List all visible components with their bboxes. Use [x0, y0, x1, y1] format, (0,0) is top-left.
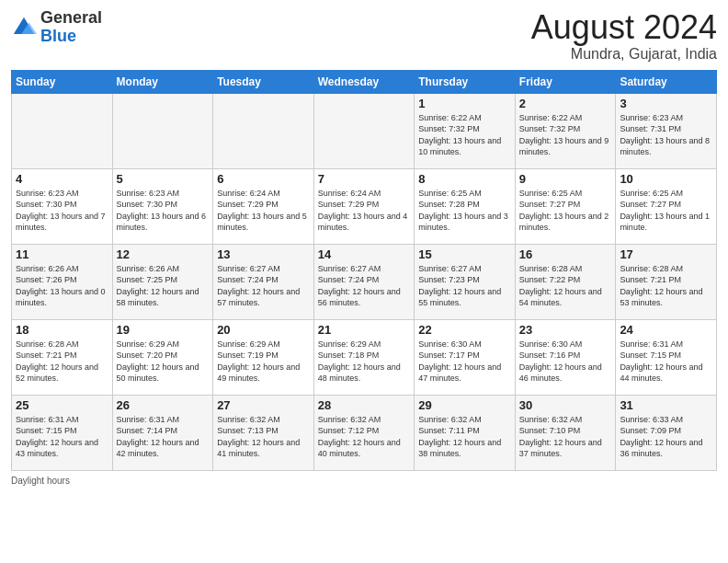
calendar-cell: 21Sunrise: 6:29 AM Sunset: 7:18 PM Dayli… [313, 319, 415, 395]
day-number: 9 [519, 172, 612, 186]
calendar-cell: 28Sunrise: 6:32 AM Sunset: 7:12 PM Dayli… [313, 395, 415, 470]
cell-sun-info: Sunrise: 6:30 AM Sunset: 7:17 PM Dayligh… [418, 339, 511, 385]
calendar-cell: 25Sunrise: 6:31 AM Sunset: 7:15 PM Dayli… [12, 395, 113, 470]
calendar-cell: 5Sunrise: 6:23 AM Sunset: 7:30 PM Daylig… [112, 168, 213, 244]
day-number: 30 [519, 398, 612, 412]
calendar-cell: 9Sunrise: 6:25 AM Sunset: 7:27 PM Daylig… [515, 168, 616, 244]
week-row-4: 18Sunrise: 6:28 AM Sunset: 7:21 PM Dayli… [12, 319, 717, 395]
calendar-cell: 17Sunrise: 6:28 AM Sunset: 7:21 PM Dayli… [616, 244, 717, 319]
calendar-cell: 19Sunrise: 6:29 AM Sunset: 7:20 PM Dayli… [112, 319, 213, 395]
day-number: 15 [418, 247, 511, 261]
calendar-cell [313, 93, 415, 168]
cell-sun-info: Sunrise: 6:22 AM Sunset: 7:32 PM Dayligh… [418, 112, 511, 158]
cell-sun-info: Sunrise: 6:29 AM Sunset: 7:19 PM Dayligh… [217, 339, 310, 385]
cell-sun-info: Sunrise: 6:31 AM Sunset: 7:15 PM Dayligh… [620, 339, 712, 385]
cell-sun-info: Sunrise: 6:25 AM Sunset: 7:27 PM Dayligh… [519, 188, 612, 234]
cell-sun-info: Sunrise: 6:26 AM Sunset: 7:26 PM Dayligh… [16, 263, 108, 309]
day-number: 2 [519, 97, 612, 110]
calendar-cell: 7Sunrise: 6:24 AM Sunset: 7:29 PM Daylig… [313, 168, 415, 244]
day-number: 3 [620, 97, 712, 110]
page-container: General Blue August 2024 Mundra, Gujarat… [0, 0, 728, 563]
calendar-cell [12, 93, 113, 168]
cell-sun-info: Sunrise: 6:28 AM Sunset: 7:22 PM Dayligh… [519, 263, 612, 309]
calendar-cell: 16Sunrise: 6:28 AM Sunset: 7:22 PM Dayli… [515, 244, 616, 319]
calendar-cell: 12Sunrise: 6:26 AM Sunset: 7:25 PM Dayli… [112, 244, 213, 319]
day-number: 12 [117, 247, 210, 261]
logo-icon [11, 15, 37, 40]
calendar-cell: 20Sunrise: 6:29 AM Sunset: 7:19 PM Dayli… [213, 319, 314, 395]
week-row-2: 4Sunrise: 6:23 AM Sunset: 7:30 PM Daylig… [12, 168, 717, 244]
day-number: 17 [620, 247, 712, 261]
day-header-tuesday: Tuesday [213, 70, 314, 93]
cell-sun-info: Sunrise: 6:29 AM Sunset: 7:18 PM Dayligh… [318, 339, 411, 385]
calendar-cell [112, 93, 213, 168]
cell-sun-info: Sunrise: 6:32 AM Sunset: 7:13 PM Dayligh… [217, 414, 310, 460]
calendar-cell [213, 93, 314, 168]
day-number: 4 [16, 172, 108, 186]
calendar-cell: 18Sunrise: 6:28 AM Sunset: 7:21 PM Dayli… [12, 319, 113, 395]
day-number: 21 [318, 323, 411, 337]
title-block: August 2024 Mundra, Gujarat, India [531, 9, 717, 63]
day-number: 8 [418, 172, 511, 186]
day-header-wednesday: Wednesday [313, 70, 415, 93]
cell-sun-info: Sunrise: 6:23 AM Sunset: 7:30 PM Dayligh… [117, 188, 210, 234]
calendar-cell: 24Sunrise: 6:31 AM Sunset: 7:15 PM Dayli… [616, 319, 717, 395]
cell-sun-info: Sunrise: 6:23 AM Sunset: 7:31 PM Dayligh… [620, 112, 712, 158]
cell-sun-info: Sunrise: 6:22 AM Sunset: 7:32 PM Dayligh… [519, 112, 612, 158]
day-number: 24 [620, 323, 712, 337]
cell-sun-info: Sunrise: 6:29 AM Sunset: 7:20 PM Dayligh… [117, 339, 210, 385]
day-number: 19 [117, 323, 210, 337]
cell-sun-info: Sunrise: 6:31 AM Sunset: 7:14 PM Dayligh… [117, 414, 210, 460]
week-row-1: 1Sunrise: 6:22 AM Sunset: 7:32 PM Daylig… [12, 93, 717, 168]
calendar-cell: 10Sunrise: 6:25 AM Sunset: 7:27 PM Dayli… [616, 168, 717, 244]
cell-sun-info: Sunrise: 6:33 AM Sunset: 7:09 PM Dayligh… [620, 414, 712, 460]
day-number: 25 [16, 398, 108, 412]
calendar-cell: 11Sunrise: 6:26 AM Sunset: 7:26 PM Dayli… [12, 244, 113, 319]
day-header-friday: Friday [515, 70, 616, 93]
day-number: 11 [16, 247, 108, 261]
day-number: 26 [117, 398, 210, 412]
header: General Blue August 2024 Mundra, Gujarat… [11, 9, 717, 63]
calendar-cell: 15Sunrise: 6:27 AM Sunset: 7:23 PM Dayli… [415, 244, 516, 319]
day-number: 6 [217, 172, 310, 186]
day-number: 13 [217, 247, 310, 261]
cell-sun-info: Sunrise: 6:23 AM Sunset: 7:30 PM Dayligh… [16, 188, 108, 234]
calendar-cell: 26Sunrise: 6:31 AM Sunset: 7:14 PM Dayli… [112, 395, 213, 470]
cell-sun-info: Sunrise: 6:32 AM Sunset: 7:10 PM Dayligh… [519, 414, 612, 460]
cell-sun-info: Sunrise: 6:27 AM Sunset: 7:24 PM Dayligh… [318, 263, 411, 309]
cell-sun-info: Sunrise: 6:32 AM Sunset: 7:12 PM Dayligh… [318, 414, 411, 460]
cell-sun-info: Sunrise: 6:25 AM Sunset: 7:27 PM Dayligh… [620, 188, 712, 234]
day-number: 27 [217, 398, 310, 412]
cell-sun-info: Sunrise: 6:27 AM Sunset: 7:24 PM Dayligh… [217, 263, 310, 309]
day-number: 29 [418, 398, 511, 412]
calendar-cell: 13Sunrise: 6:27 AM Sunset: 7:24 PM Dayli… [213, 244, 314, 319]
calendar-cell: 4Sunrise: 6:23 AM Sunset: 7:30 PM Daylig… [12, 168, 113, 244]
logo-blue: Blue [40, 27, 76, 45]
day-number: 10 [620, 172, 712, 186]
cell-sun-info: Sunrise: 6:27 AM Sunset: 7:23 PM Dayligh… [418, 263, 511, 309]
day-number: 23 [519, 323, 612, 337]
calendar-cell: 23Sunrise: 6:30 AM Sunset: 7:16 PM Dayli… [515, 319, 616, 395]
day-number: 22 [418, 323, 511, 337]
day-number: 14 [318, 247, 411, 261]
logo: General Blue [11, 9, 102, 46]
cell-sun-info: Sunrise: 6:24 AM Sunset: 7:29 PM Dayligh… [318, 188, 411, 234]
cell-sun-info: Sunrise: 6:28 AM Sunset: 7:21 PM Dayligh… [16, 339, 108, 385]
footer: Daylight hours [11, 476, 717, 486]
cell-sun-info: Sunrise: 6:28 AM Sunset: 7:21 PM Dayligh… [620, 263, 712, 309]
day-number: 1 [418, 97, 511, 110]
day-number: 16 [519, 247, 612, 261]
cell-sun-info: Sunrise: 6:25 AM Sunset: 7:28 PM Dayligh… [418, 188, 511, 234]
day-number: 31 [620, 398, 712, 412]
calendar-cell: 27Sunrise: 6:32 AM Sunset: 7:13 PM Dayli… [213, 395, 314, 470]
day-header-saturday: Saturday [616, 70, 717, 93]
calendar-table: SundayMondayTuesdayWednesdayThursdayFrid… [11, 70, 717, 471]
calendar-cell: 8Sunrise: 6:25 AM Sunset: 7:28 PM Daylig… [415, 168, 516, 244]
calendar-cell: 22Sunrise: 6:30 AM Sunset: 7:17 PM Dayli… [415, 319, 516, 395]
calendar-cell: 3Sunrise: 6:23 AM Sunset: 7:31 PM Daylig… [616, 93, 717, 168]
calendar-cell: 29Sunrise: 6:32 AM Sunset: 7:11 PM Dayli… [415, 395, 516, 470]
month-year: August 2024 [531, 9, 717, 46]
calendar-cell: 30Sunrise: 6:32 AM Sunset: 7:10 PM Dayli… [515, 395, 616, 470]
calendar-cell: 2Sunrise: 6:22 AM Sunset: 7:32 PM Daylig… [515, 93, 616, 168]
daylight-label: Daylight hours [11, 476, 70, 486]
